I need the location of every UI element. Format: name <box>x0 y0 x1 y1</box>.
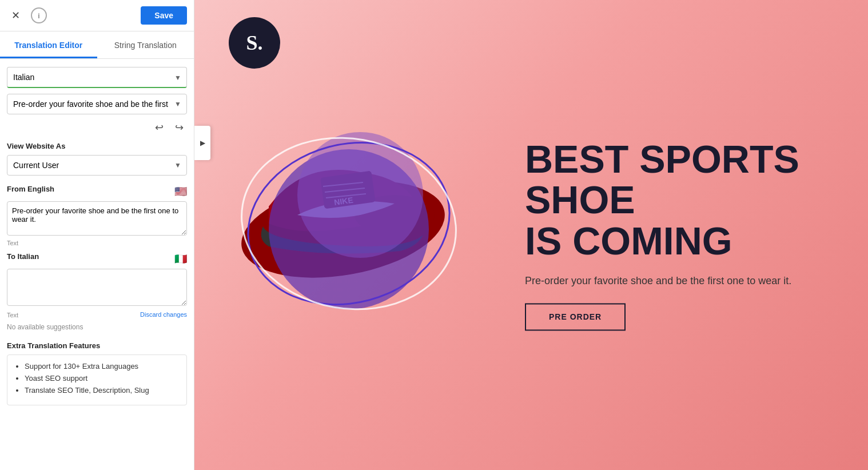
to-label: To Italian <box>7 252 39 261</box>
to-text-area[interactable] <box>7 269 187 306</box>
tab-translation-editor[interactable]: Translation Editor <box>0 31 97 58</box>
no-suggestions-text: No available suggestions <box>7 323 187 331</box>
side-toggle-icon: ▶ <box>200 139 205 147</box>
language-select[interactable]: Italian English French German Spanish <box>7 67 187 88</box>
feature-1: Support for 130+ Extra Languages <box>25 362 180 371</box>
extra-label: Extra Translation Features <box>7 341 187 350</box>
save-button[interactable]: Save <box>141 6 187 25</box>
blob-container <box>223 103 486 367</box>
discard-changes-link[interactable]: Discard changes <box>140 311 187 318</box>
extra-features-list: Support for 130+ Extra Languages Yoast S… <box>14 362 180 395</box>
view-website-section: View Website As Current User Guest Admin… <box>7 142 187 176</box>
hero-title-line2: IS COMING <box>525 221 822 261</box>
view-website-select[interactable]: Current User Guest Admin <box>7 155 187 176</box>
from-header: From English 🇺🇸 <box>7 185 187 198</box>
left-panel: ✕ i Save Translation Editor String Trans… <box>0 0 194 470</box>
undo-button[interactable]: ↩ <box>152 120 167 135</box>
to-field-type: Text <box>7 312 18 318</box>
extra-features-box: Support for 130+ Extra Languages Yoast S… <box>7 355 187 405</box>
from-field-type: Text <box>7 240 187 246</box>
view-website-select-wrap: Current User Guest Admin ▼ <box>7 155 187 176</box>
from-label: From English <box>7 185 54 193</box>
from-section: From English 🇺🇸 Pre-order your favorite … <box>7 185 187 246</box>
extra-section: Extra Translation Features Support for 1… <box>7 341 187 405</box>
shoe-area: NIKE <box>223 103 486 367</box>
info-button[interactable]: i <box>31 7 47 23</box>
preview-panel: ▶ S. <box>194 0 868 470</box>
oval-outline-2 <box>227 120 471 326</box>
pre-order-button[interactable]: PRE ORDER <box>525 304 626 331</box>
close-button[interactable]: ✕ <box>7 7 24 24</box>
top-bar: ✕ i Save <box>0 0 194 31</box>
hero-title-line1: BEST SPORTS SHOE <box>525 139 822 221</box>
from-flag: 🇺🇸 <box>174 185 187 198</box>
panel-content: Italian English French German Spanish ▼ … <box>0 59 194 470</box>
tabs-bar: Translation Editor String Translation <box>0 31 194 59</box>
hero-title: BEST SPORTS SHOE IS COMING <box>525 139 822 261</box>
language-select-wrap: Italian English French German Spanish ▼ <box>7 67 187 88</box>
feature-3: Translate SEO Title, Description, Slug <box>25 386 180 395</box>
logo-text: S. <box>246 31 262 55</box>
to-section: To Italian 🇮🇹 Text Discard changes <box>7 252 187 318</box>
string-select[interactable]: Pre-order your favorite shoe and be the … <box>7 94 187 114</box>
feature-2: Yoast SEO support <box>25 374 180 383</box>
string-select-wrap: Pre-order your favorite shoe and be the … <box>7 94 187 114</box>
to-header: To Italian 🇮🇹 <box>7 252 187 265</box>
tab-string-translation[interactable]: String Translation <box>97 31 194 58</box>
view-website-label: View Website As <box>7 142 187 150</box>
undo-redo-bar: ↩ ↪ <box>7 120 187 135</box>
side-toggle[interactable]: ▶ <box>194 126 210 160</box>
discard-row: Text Discard changes <box>7 310 187 318</box>
redo-button[interactable]: ↪ <box>172 120 187 135</box>
from-text-area: Pre-order your favorite shoe and be the … <box>7 201 187 236</box>
hero-subtitle: Pre-order your favorite shoe and be the … <box>525 276 822 288</box>
site-logo: S. <box>229 17 280 69</box>
hero-content: BEST SPORTS SHOE IS COMING Pre-order you… <box>525 139 822 330</box>
to-flag: 🇮🇹 <box>174 253 187 265</box>
